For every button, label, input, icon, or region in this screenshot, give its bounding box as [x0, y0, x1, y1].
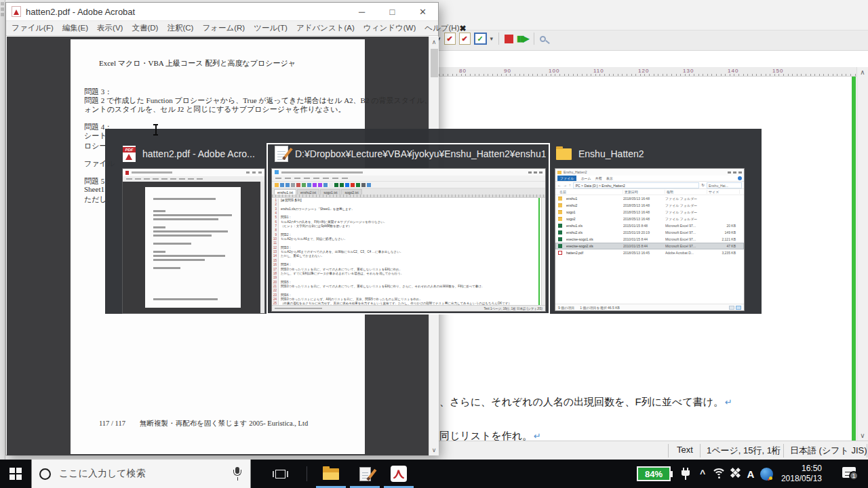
editor-tab[interactable]: sogo2.txt: [341, 189, 361, 195]
pdf-thumb-text-blur: [153, 243, 191, 245]
microphone-icon[interactable]: [233, 467, 242, 481]
scroll-up-icon[interactable]: ∧: [857, 68, 868, 76]
close-button[interactable]: ✕: [408, 3, 438, 20]
menubar-item[interactable]: ファイル(F): [12, 23, 54, 33]
column-header[interactable]: 名前: [558, 190, 623, 194]
file-row[interactable]: enshu12018/05/13 16:48ファイル フォルダー: [555, 195, 744, 202]
ribbon-tab-view[interactable]: 表示: [606, 176, 613, 180]
scroll-up-icon[interactable]: ∧: [429, 39, 439, 45]
start-button[interactable]: [0, 460, 31, 488]
editor-tab[interactable]: enshu1.txt: [274, 189, 296, 195]
dropbox-icon[interactable]: [728, 460, 743, 488]
taskbar-acrobat[interactable]: [382, 460, 415, 488]
power-plug-icon[interactable]: [678, 460, 693, 488]
thumbnail-editor[interactable]: enshu1.txtenshu2.txtsogo1.txtsogo2.txt 1…: [271, 168, 546, 312]
pdf-thumb-text-blur: [153, 230, 228, 232]
ribbon-tab-share[interactable]: 共有: [595, 176, 602, 180]
taskbar-clock[interactable]: 16:50 2018/05/13: [777, 460, 822, 488]
taskbar-search-box[interactable]: ここに入力して検索: [31, 460, 251, 488]
file-row[interactable]: enshu2.xls2015/01/19 20:19Microsoft Exce…: [555, 229, 744, 236]
thumbnail-acrobat[interactable]: [122, 168, 265, 314]
document-close-icon[interactable]: ✖: [460, 24, 467, 33]
menubar-item[interactable]: ヘルプ(H): [425, 23, 459, 33]
scroll-down-icon[interactable]: ∨: [429, 447, 439, 453]
menubar-item[interactable]: 文書(D): [132, 23, 158, 33]
refresh-icon[interactable]: ↻: [701, 183, 705, 187]
menubar-item[interactable]: 編集(E): [62, 23, 88, 33]
scrollbar-thumb[interactable]: [431, 49, 438, 77]
menubar-item[interactable]: 注釈(C): [167, 23, 193, 33]
macro-record-icon[interactable]: ✔: [444, 33, 456, 45]
taskbar-separator: [307, 466, 307, 481]
file-row[interactable]: hatten2.pdf2018/05/13 16:45Adobe Acrobat…: [555, 249, 744, 256]
wifi-icon[interactable]: [711, 460, 727, 488]
fast-play-icon[interactable]: ▮▮▶: [517, 34, 528, 43]
file-name: enshu2.xls: [566, 230, 623, 235]
column-header[interactable]: サイズ: [707, 190, 740, 194]
task-view-icon: [273, 471, 274, 477]
menubar-item[interactable]: 表示(V): [97, 23, 123, 33]
menu-blur: [153, 178, 159, 180]
editor-tab[interactable]: sogo1.txt: [320, 189, 340, 195]
breadcrumb[interactable]: PC > Data (D:) > Enshu_Hatten2: [573, 182, 700, 188]
thumbnail-explorer[interactable]: Enshu_Hatten2 ファイル ホーム 共有 表示 ← → ↑ PC > …: [555, 168, 745, 311]
statusbar-caret-position: 1ページ, 15行, 1桁: [707, 445, 781, 457]
menubar-item[interactable]: フォーム(R): [202, 23, 245, 33]
macro-dropdown-icon[interactable]: ▾: [490, 35, 494, 42]
toolbar-separator: [534, 33, 534, 45]
bg-editor-scrollbar[interactable]: ∧ ∨: [856, 67, 868, 441]
app-sphere-icon[interactable]: [758, 460, 774, 488]
file-type: Adobe Acrobat D...: [665, 251, 707, 255]
up-icon[interactable]: ↑: [569, 183, 571, 187]
editor-tab[interactable]: enshu2.txt: [297, 189, 319, 195]
scroll-down-icon[interactable]: ∨: [857, 432, 868, 439]
menubar-item[interactable]: ウィンドウ(W): [363, 23, 416, 33]
hidden-icons-chevron[interactable]: ^: [696, 460, 709, 488]
pdf-thumb-text-blur: [153, 235, 212, 237]
forward-icon[interactable]: →: [564, 183, 568, 187]
battery-indicator[interactable]: 84%: [635, 460, 673, 488]
menu-blur: [342, 178, 348, 179]
details-view-icon[interactable]: [729, 306, 734, 310]
column-header[interactable]: 種類: [665, 190, 707, 194]
list-view-icon[interactable]: [736, 306, 741, 310]
toolbar-chip-icon: [275, 183, 279, 187]
explorer-search-box[interactable]: Enshu_Hat...: [707, 182, 742, 188]
minimize-button[interactable]: ─: [347, 3, 377, 20]
file-row[interactable]: enshu1.xls2015/01/15 8:48Microsoft Excel…: [555, 222, 744, 229]
line-text: （作業の過程をエクセルに出力せず、直接に求める結果を出力するという意味です。ただ…: [279, 302, 511, 305]
mini-explorer-ribbon: ファイル ホーム 共有 表示: [555, 176, 744, 182]
column-header[interactable]: 更新日時: [623, 190, 665, 194]
file-row[interactable]: execise-sogo2.xls2010/01/15 8:44Microsof…: [555, 243, 744, 249]
ime-indicator[interactable]: A: [745, 460, 757, 488]
ribbon-tab-home[interactable]: ホーム: [580, 176, 591, 180]
file-row[interactable]: execise-sogo1.xls2010/01/15 8:44Microsof…: [555, 236, 744, 243]
switcher-item-editor[interactable]: D:¥Dropbox¥Lecture¥VBA¥jyokyu¥Enshu_Hatt…: [275, 144, 546, 163]
menubar-item[interactable]: ツール(T): [254, 23, 288, 33]
taskbar-file-explorer[interactable]: [315, 460, 347, 488]
menubar-item[interactable]: アドバンスト(A): [296, 23, 355, 33]
back-icon[interactable]: ←: [557, 183, 561, 187]
acrobat-titlebar[interactable]: hatten2.pdf - Adobe Acrobat ─ □ ✕: [6, 3, 438, 20]
switcher-item-folder[interactable]: Enshu_Hatten2: [556, 144, 644, 163]
switcher-item-acrobat[interactable]: hatten2.pdf - Adobe Acro...: [123, 144, 255, 163]
file-list: enshu12018/05/13 16:48ファイル フォルダーenshu220…: [555, 195, 744, 256]
mini-editor-tabbar: enshu1.txtenshu2.txtsogo1.txtsogo2.txt: [272, 188, 545, 195]
file-row[interactable]: sogo12018/05/13 16:48ファイル フォルダー: [555, 209, 744, 216]
mini-editor-statusbar: Text 1ページ, 16行, 1桁 日本語 (シフトJIS): [272, 305, 545, 311]
macro-dialog-icon[interactable]: ✓: [474, 33, 487, 45]
toolbar-chip-icon: [361, 183, 366, 187]
file-type: Microsoft Excel 97...: [665, 244, 707, 248]
task-view-button[interactable]: [266, 460, 294, 488]
help-icon[interactable]: [738, 176, 742, 180]
toolbar-separator: [498, 33, 499, 45]
file-row[interactable]: enshu22018/05/13 16:48ファイル フォルダー: [555, 202, 744, 209]
taskbar-text-editor[interactable]: [349, 460, 381, 488]
action-center-button[interactable]: 1: [837, 460, 864, 488]
maximize-button[interactable]: □: [377, 3, 408, 20]
pin-icon[interactable]: [540, 36, 546, 42]
file-row[interactable]: sogo22018/05/13 16:48ファイル フォルダー: [555, 216, 744, 222]
stop-icon[interactable]: [505, 35, 513, 43]
macro-save-icon[interactable]: ✔: [459, 33, 471, 45]
ribbon-file-tab[interactable]: ファイル: [557, 176, 576, 181]
